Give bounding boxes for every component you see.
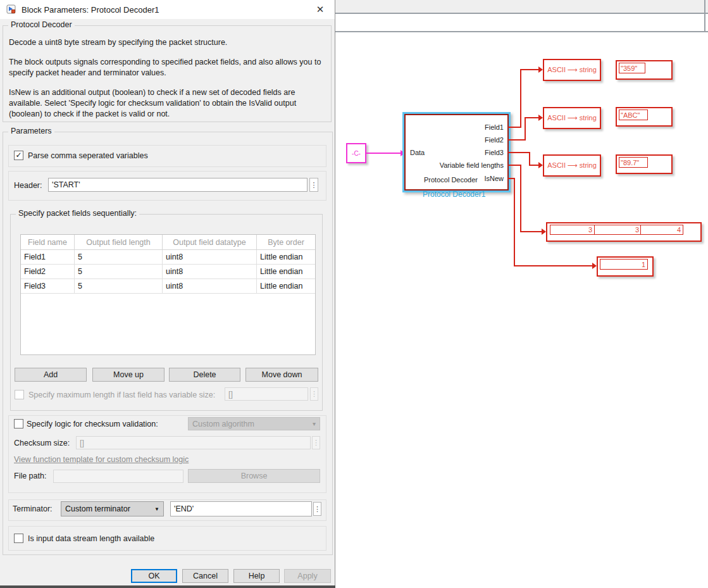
table-cell[interactable]: 5 (75, 279, 163, 294)
signal-wire[interactable] (529, 152, 530, 166)
browse-button: Browse (188, 469, 320, 483)
parse-csv-checkbox[interactable]: ✓ (14, 151, 23, 160)
wire-arrowhead (538, 66, 543, 73)
wire-arrowhead (592, 263, 597, 269)
ascii-block-label: ASCII ⟶ string (547, 66, 597, 74)
move-down-button[interactable]: Move down (245, 368, 318, 382)
table-cell[interactable]: uint8 (163, 279, 257, 294)
table-row[interactable]: Field3 5 uint8 Little endian (21, 279, 315, 294)
ascii-to-string-block[interactable]: ASCII ⟶ string (543, 154, 601, 177)
output-port-label: Field3 (485, 149, 504, 156)
terminator-mode-dropdown[interactable]: Custom terminator ▼ (61, 501, 164, 516)
description-group-label: Protocol Decoder (8, 20, 75, 29)
max-length-label: Specify maximum length if last field has… (28, 391, 215, 399)
ascii-to-string-block[interactable]: ASCII ⟶ string (543, 107, 601, 129)
signal-wire[interactable] (525, 117, 526, 141)
signal-wire[interactable] (520, 69, 538, 70)
input-port-label: Data (410, 149, 425, 156)
signal-wire[interactable] (514, 265, 592, 266)
checksum-size-input: [] (76, 436, 311, 449)
terminator-options-button[interactable]: ⋮ (313, 502, 321, 516)
terminator-label: Terminator: (13, 504, 53, 513)
checksum-checkbox-label[interactable]: Specify logic for checksum validation: (27, 420, 158, 428)
apply-button: Apply (284, 569, 331, 583)
block-caption[interactable]: Protocol Decoder1 (423, 190, 485, 199)
table-cell[interactable]: Field1 (21, 250, 75, 265)
protocol-decoder-body: Data Field1 Field2 Field3 Variable field… (404, 114, 509, 191)
signal-wire[interactable] (525, 117, 538, 118)
display-block[interactable]: "359" (616, 60, 673, 80)
header-options-button[interactable]: ⋮ (309, 178, 318, 192)
table-cell[interactable]: 5 (75, 250, 163, 265)
file-path-input (53, 470, 183, 483)
max-length-input: [] (225, 387, 308, 401)
dialog-titlebar[interactable]: Block Parameters: Protocol Decoder1 ✕ (0, 0, 335, 19)
simulink-block-icon (6, 4, 16, 15)
table-cell[interactable]: uint8 (163, 265, 257, 279)
signal-wire[interactable] (520, 231, 542, 232)
table-header-row: Field name Output field length Output fi… (21, 235, 315, 250)
constant-block[interactable]: -C- (346, 143, 366, 163)
signal-wire[interactable] (508, 152, 530, 153)
model-canvas[interactable] (335, 0, 708, 588)
toolbar-edge-line (335, 31, 708, 32)
constant-label: -C- (352, 150, 361, 157)
stream-length-label: Is input data stream length available (28, 534, 154, 543)
stream-length-checkbox[interactable] (14, 534, 23, 543)
signal-wire[interactable] (508, 139, 525, 141)
column-header: Byte order (257, 235, 315, 250)
signal-wire[interactable] (366, 153, 401, 154)
wire-arrowhead (538, 115, 543, 121)
cancel-button[interactable]: Cancel (182, 569, 228, 583)
display-value: "359" (619, 63, 645, 73)
block-parameters-dialog: Block Parameters: Protocol Decoder1 ✕ Pr… (0, 0, 335, 588)
signal-wire[interactable] (508, 178, 514, 179)
table-cell[interactable]: Field2 (21, 265, 75, 279)
description-paragraph: The block outputs signals corresponding … (9, 57, 325, 78)
model-toolbar-strip (335, 0, 708, 13)
display-value: 1 (600, 259, 648, 270)
terminator-input[interactable]: 'END' (170, 501, 312, 516)
ok-button[interactable]: OK (131, 569, 177, 583)
terminator-mode-value: Custom terminator (65, 504, 130, 513)
file-path-label: File path: (14, 472, 46, 480)
table-cell[interactable]: 5 (75, 265, 163, 279)
protocol-decoder-block[interactable]: Data Field1 Field2 Field3 Variable field… (402, 112, 511, 192)
signal-wire[interactable] (520, 69, 521, 128)
packet-fields-table[interactable]: Field name Output field length Output fi… (20, 234, 316, 355)
signal-wire[interactable] (508, 165, 520, 166)
table-row[interactable]: Field1 5 uint8 Little endian (21, 250, 315, 265)
check-icon: ✓ (15, 151, 22, 160)
display-value: 3 (594, 225, 642, 235)
help-button[interactable]: Help (233, 569, 280, 583)
header-input[interactable]: 'START' (48, 178, 307, 192)
close-icon[interactable]: ✕ (312, 4, 328, 15)
packet-fields-group-label: Specify packet fields sequentially: (16, 209, 139, 218)
checksum-template-link[interactable]: View function template for custom checks… (14, 455, 189, 464)
display-block-lengths[interactable]: 3 3 4 (546, 222, 702, 242)
move-up-button[interactable]: Move up (92, 368, 165, 382)
table-cell[interactable]: Field3 (21, 279, 75, 294)
table-cell[interactable]: Little endian (257, 265, 315, 279)
delete-button[interactable]: Delete (169, 368, 240, 382)
toolbar-edge-line (335, 13, 708, 14)
table-cell[interactable]: uint8 (163, 250, 257, 265)
checksum-checkbox[interactable] (14, 419, 23, 428)
table-row[interactable]: Field2 5 uint8 Little endian (21, 265, 315, 279)
display-block[interactable]: "89.7" (616, 154, 673, 174)
signal-wire[interactable] (529, 165, 538, 166)
block-name-text: Protocol Decoder (424, 176, 478, 184)
table-cell[interactable]: Little endian (257, 250, 315, 265)
max-length-options-button: ⋮ (310, 387, 318, 401)
display-block-isnew[interactable]: 1 (597, 256, 654, 277)
ascii-block-label: ASCII ⟶ string (547, 114, 597, 122)
signal-wire[interactable] (508, 127, 521, 128)
ascii-to-string-block[interactable]: ASCII ⟶ string (543, 59, 601, 81)
add-button[interactable]: Add (15, 368, 87, 382)
max-length-checkbox (15, 390, 24, 399)
table-cell[interactable]: Little endian (257, 279, 315, 294)
signal-wire[interactable] (520, 165, 521, 232)
display-value: 4 (640, 225, 683, 235)
signal-wire[interactable] (514, 178, 515, 266)
display-block[interactable]: "ABC" (616, 107, 673, 127)
